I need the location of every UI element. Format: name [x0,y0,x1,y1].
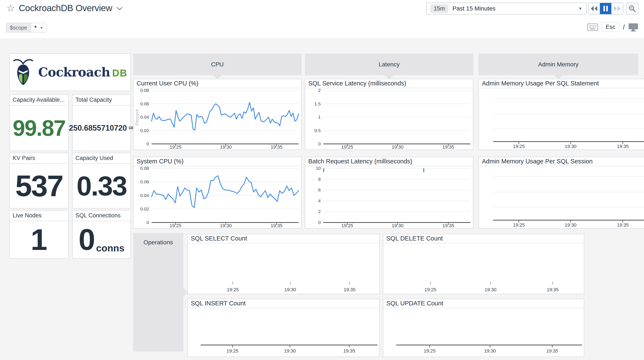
chart-plot-sql-delete-count[interactable]: 19:2519:3019:35 [383,243,584,294]
chart-plot-system-cpu[interactable]: 00.020.040.060.0819:2519:3019:35 [134,166,301,228]
pause-button[interactable] [600,3,612,14]
chart-plot-sql-update-count[interactable]: 19:2519:3019:35 [383,308,584,357]
svg-text:1: 1 [318,115,321,119]
svg-text:0.04: 0.04 [140,193,149,198]
chart-plot-current-user-cpu[interactable]: 00.020.040.060.0819:2519:3019:35Percent [134,88,301,149]
svg-text:19:35: 19:35 [344,287,356,292]
tv-mode-monitor-icon[interactable] [628,23,638,31]
chart-plot-batch-request-latency[interactable]: 024681019:2519:3019:35 [305,166,473,228]
svg-text:19:25: 19:25 [424,287,436,292]
svg-text:10: 10 [316,166,321,171]
svg-text:19:30: 19:30 [565,222,576,228]
top-bar: ☆ CockroachDB Overview 15m Past 15 Minut… [0,0,644,38]
stat-panel-capacity-used: Capacity Used 0.33 [72,153,131,208]
chart-plot-sql-insert-count[interactable]: 19:2519:3019:35 [188,308,379,357]
chart-panel-current-user-cpu: Current User CPU (%) 00.020.040.060.0819… [133,79,302,150]
svg-text:Percent: Percent [134,109,140,125]
svg-text:0.06: 0.06 [140,101,149,106]
section-header-admin-memory[interactable]: Admin Memory [478,53,638,75]
chart-panel-sql-update-count: SQL UPDATE Count 19:2519:3019:35 [383,299,584,357]
dashboard-canvas: CockroachDB CPU Latency Admin Memory Cap… [0,38,644,360]
svg-text:19:30: 19:30 [284,348,296,354]
svg-text:19:30: 19:30 [392,144,404,149]
svg-text:19:30: 19:30 [565,144,576,149]
scope-value-dropdown[interactable]: * ▼ [31,23,47,32]
chart-title: SQL SELECT Count [188,234,379,243]
cockroachdb-logo-panel: CockroachDB [10,53,131,91]
scope-selector: $scope * ▼ [6,23,47,32]
stat-value-capacity-available: 99.87 [13,115,65,141]
stat-panel-capacity-available: Capacity Available... 99.87 [10,94,68,151]
stat-unit-conns: conns [96,243,124,258]
stat-title: SQL Connections [73,211,130,221]
svg-text:0.06: 0.06 [140,179,149,184]
chart-plot-admin-memory-session[interactable]: 19:2519:3019:35 [479,166,644,228]
svg-text:2: 2 [318,209,321,214]
svg-text:19:30: 19:30 [485,287,496,292]
dashboard-title-row: ☆ CockroachDB Overview [6,3,122,13]
stat-panel-live-nodes: Live Nodes 1 [10,210,68,259]
zoom-out-icon [628,5,636,12]
stat-panel-kv-pairs: KV Pairs 537 [10,153,68,208]
logo-suffix: DB [112,67,127,79]
favorite-star-icon[interactable]: ☆ [6,3,15,13]
svg-text:19:25: 19:25 [226,348,238,354]
svg-text:0: 0 [146,220,149,225]
stat-title: Total Capacity [73,95,130,106]
svg-text:19:25: 19:25 [513,222,525,228]
svg-text:0.08: 0.08 [140,166,149,171]
svg-text:19:35: 19:35 [271,223,282,228]
chart-panel-sql-select-count: SQL SELECT Count 19:2519:3019:35 [187,234,380,294]
svg-text:0.5: 0.5 [314,128,321,133]
svg-text:19:30: 19:30 [220,144,232,149]
playback-controls [588,2,624,14]
svg-text:8: 8 [318,177,321,182]
svg-text:0.04: 0.04 [140,115,149,119]
chart-panel-admin-memory-session: Admin Memory Usage Per SQL Session 19:25… [478,157,644,229]
fast-forward-button[interactable] [612,3,623,14]
svg-text:19:25: 19:25 [341,223,353,228]
stat-title: KV Pairs [10,153,68,164]
section-header-cpu[interactable]: CPU [133,53,302,75]
scope-caret-icon: ▼ [40,26,43,29]
svg-text:19:35: 19:35 [442,223,454,228]
svg-text:0.08: 0.08 [140,88,149,93]
keyboard-icon [587,23,598,31]
svg-text:6: 6 [318,187,321,192]
page-title: CockroachDB Overview [19,3,112,13]
stat-title: Live Nodes [10,211,68,221]
chart-plot-admin-memory-statement[interactable]: 19:2519:3019:35 [479,88,644,149]
stat-value-capacity-used: 0.33 [76,170,126,202]
logo-wordmark: Cockroach [38,65,110,79]
title-chevron-down-icon[interactable] [117,7,122,11]
stat-panel-total-capacity: Total Capacity 250.6855710720 GB [72,94,131,151]
chart-panel-system-cpu: System CPU (%) 00.020.040.060.0819:2519:… [133,157,302,229]
chart-panel-sql-service-latency: SQL Service Latency (milliseconds) 00.51… [305,79,473,150]
section-label-operations: Operations [133,239,183,246]
section-label-admin-memory: Admin Memory [538,61,578,68]
stat-value-kv-pairs: 537 [15,169,63,203]
svg-text:19:30: 19:30 [220,223,232,228]
svg-text:0.02: 0.02 [140,128,149,133]
section-header-operations[interactable]: Operations [133,233,183,352]
section-label-cpu: CPU [211,61,224,68]
chart-panel-sql-delete-count: SQL DELETE Count 19:2519:3019:35 [383,234,584,294]
svg-text:19:35: 19:35 [617,222,628,228]
rewind-button[interactable] [588,3,600,14]
svg-text:19:25: 19:25 [513,144,525,149]
chart-title: System CPU (%) [134,157,301,166]
chart-plot-sql-service-latency[interactable]: 00.511.5219:2519:3019:35 [305,88,473,149]
svg-text:0: 0 [318,141,321,146]
svg-text:0.02: 0.02 [140,206,149,211]
zoom-out-button[interactable] [626,2,638,14]
stat-value-sql-connections: 0 [78,222,95,257]
svg-text:19:35: 19:35 [547,287,559,292]
stat-value-total-capacity: 250.6855710720 [69,124,127,133]
svg-text:0: 0 [318,220,321,225]
chart-title: Admin Memory Usage Per SQL Session [479,157,644,166]
chart-plot-sql-select-count[interactable]: 19:2519:3019:35 [188,243,379,294]
svg-text:19:25: 19:25 [424,348,436,354]
svg-text:19:25: 19:25 [170,223,181,228]
time-range-selector[interactable]: 15m Past 15 Minutes ▼ [426,2,586,14]
section-header-latency[interactable]: Latency [305,53,473,75]
